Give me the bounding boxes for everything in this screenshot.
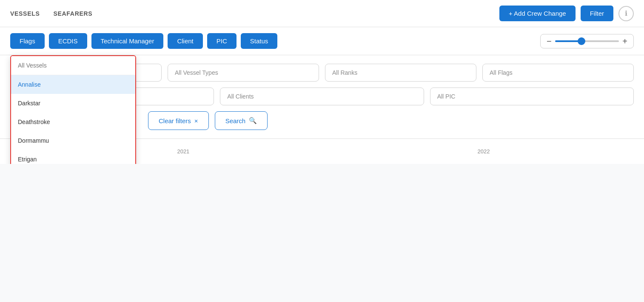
filter-bar: Flags ECDIS Technical Manager Client PIC… <box>0 27 644 55</box>
add-crew-button[interactable]: + Add Crew Change <box>499 6 576 21</box>
zoom-in-button[interactable]: + <box>622 37 627 45</box>
vessel-search-input[interactable] <box>11 56 135 75</box>
list-item[interactable]: Annalise <box>11 75 135 94</box>
nav-actions: + Add Crew Change Filter ℹ <box>499 6 634 21</box>
nav-links: VESSELS SEAFARERS <box>10 10 499 17</box>
clear-icon: × <box>194 117 198 124</box>
info-icon: ℹ <box>625 9 627 17</box>
search-label: Search <box>225 117 246 124</box>
list-item[interactable]: Etrigan <box>11 150 135 164</box>
select-all-ranks[interactable]: All Ranks <box>325 64 476 82</box>
select-all-clients[interactable]: All Clients <box>220 87 424 105</box>
select-all-flags[interactable]: All Flags <box>482 64 634 82</box>
main-area: Annalise Darkstar Deathstroke Dormammu E… <box>0 55 644 164</box>
search-icon: 🔍 <box>249 117 257 124</box>
timeline-label-2021: 2021 <box>177 148 189 155</box>
list-item[interactable]: Dormammu <box>11 131 135 150</box>
clear-filters-button[interactable]: Clear filters × <box>148 111 209 130</box>
zoom-control: − + <box>540 34 634 48</box>
nav-seafarers[interactable]: SEAFARERS <box>53 10 92 17</box>
list-item[interactable]: Deathstroke <box>11 113 135 131</box>
timeline-label-2022: 2022 <box>478 148 490 155</box>
chip-client[interactable]: Client <box>168 33 202 49</box>
clear-filters-label: Clear filters <box>159 117 191 124</box>
vessel-dropdown: Annalise Darkstar Deathstroke Dormammu E… <box>10 55 136 164</box>
chip-technical-manager[interactable]: Technical Manager <box>91 33 164 49</box>
nav-vessels[interactable]: VESSELS <box>10 10 40 17</box>
filter-button[interactable]: Filter <box>581 6 613 21</box>
top-nav: VESSELS SEAFARERS + Add Crew Change Filt… <box>0 0 644 27</box>
chip-flags[interactable]: Flags <box>10 33 45 49</box>
chip-status[interactable]: Status <box>241 33 278 49</box>
chip-ecdis[interactable]: ECDIS <box>49 33 87 49</box>
zoom-slider[interactable] <box>555 40 619 42</box>
select-all-pic[interactable]: All PIC <box>430 87 634 105</box>
list-item[interactable]: Darkstar <box>11 94 135 113</box>
info-button[interactable]: ℹ <box>618 6 634 21</box>
zoom-out-button[interactable]: − <box>547 37 552 45</box>
search-button[interactable]: Search 🔍 <box>215 111 268 130</box>
select-all-vessel-types[interactable]: All Vessel Types <box>168 64 319 82</box>
vessel-list: Annalise Darkstar Deathstroke Dormammu E… <box>11 75 135 164</box>
chip-pic[interactable]: PIC <box>207 33 237 49</box>
